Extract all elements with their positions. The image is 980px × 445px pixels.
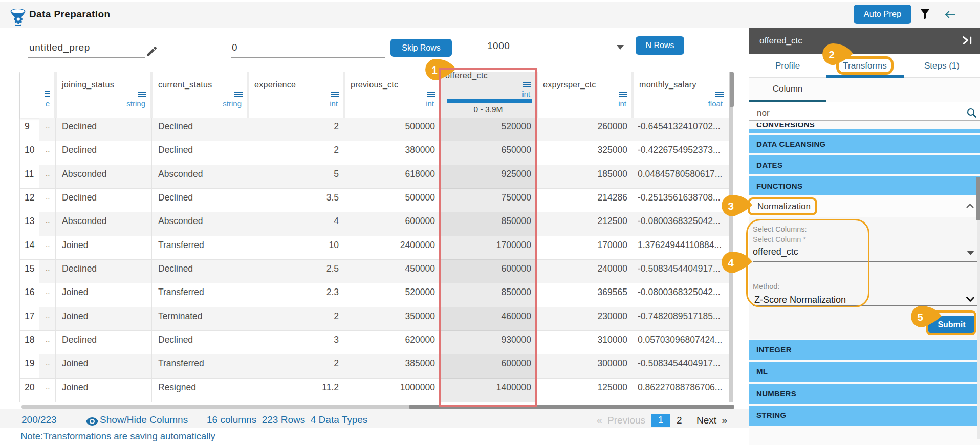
svg-text:4: 4	[728, 257, 734, 269]
svg-text:5: 5	[917, 311, 923, 323]
svg-text:3: 3	[728, 200, 734, 212]
svg-text:2: 2	[829, 48, 835, 60]
svg-text:1: 1	[431, 64, 438, 76]
